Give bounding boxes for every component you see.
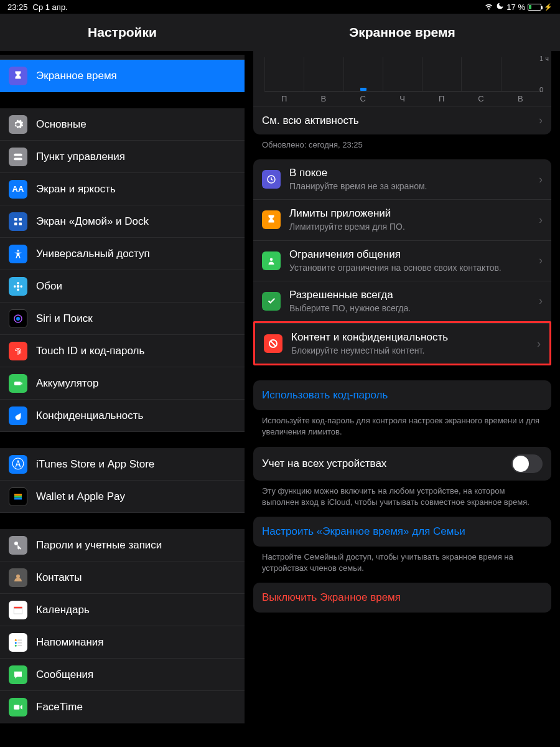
- row-label: Пункт управления: [36, 151, 236, 163]
- svg-point-13: [16, 317, 20, 321]
- sidebar-item-privacy[interactable]: Конфиденциальность: [0, 400, 245, 432]
- wallet-icon: [9, 487, 27, 506]
- sidebar-item-accessibility[interactable]: Универсальный доступ: [0, 238, 245, 270]
- always-allowed-row[interactable]: Разрешенные всегда Выберите ПО, нужное в…: [253, 281, 551, 321]
- svg-point-20: [16, 574, 20, 578]
- sidebar-item-contacts[interactable]: Контакты: [0, 561, 245, 594]
- highlighted-item: Контент и конфиденциальность Блокируйте …: [253, 321, 551, 365]
- row-label: Основные: [36, 118, 236, 131]
- svg-point-19: [14, 542, 18, 545]
- sidebar-item-home-dock[interactable]: Экран «Домой» и Dock: [0, 205, 245, 238]
- gear-icon: [9, 115, 27, 134]
- app-limits-row[interactable]: Лимиты приложений Лимитируйте время для …: [253, 199, 551, 240]
- row-label: Экран и яркость: [36, 183, 236, 195]
- turn-off-row[interactable]: Выключить Экранное время: [253, 583, 551, 613]
- sidebar-item-passwords[interactable]: Пароли и учетные записи: [0, 529, 245, 561]
- svg-point-6: [17, 250, 19, 251]
- xlabel: Ч: [383, 92, 422, 103]
- switches-icon: [9, 148, 27, 166]
- ytick: 0: [539, 86, 549, 93]
- sidebar-item-reminders[interactable]: Напоминания: [0, 626, 245, 659]
- sidebar-item-facetime[interactable]: FaceTime: [0, 691, 245, 723]
- danger-label: Выключить Экранное время: [253, 583, 551, 613]
- sidebar-item-siri[interactable]: Siri и Поиск: [0, 303, 245, 335]
- row-label: Обои: [36, 280, 236, 293]
- chevron-right-icon: ›: [539, 214, 543, 227]
- sidebar-item-wallpaper[interactable]: Обои: [0, 270, 245, 303]
- sidebar-item-wallet[interactable]: Wallet и Apple Pay: [0, 481, 245, 513]
- row-label: Пароли и учетные записи: [36, 539, 236, 552]
- svg-point-11: [20, 285, 22, 288]
- svg-rect-18: [14, 497, 22, 499]
- content-privacy-row[interactable]: Контент и конфиденциальность Блокируйте …: [255, 323, 549, 364]
- svg-rect-16: [14, 494, 22, 496]
- contacts-icon: [9, 568, 27, 587]
- sidebar-item-general[interactable]: Основные: [0, 108, 245, 141]
- xlabel: В: [304, 92, 343, 103]
- communication-limits-row[interactable]: Ограничения общения Установите ограничен…: [253, 240, 551, 281]
- share-across-devices-row[interactable]: Учет на всех устройствах: [253, 447, 551, 481]
- row-label: Wallet и Apple Pay: [36, 491, 236, 503]
- status-time: 23:25: [7, 2, 28, 12]
- row-title: В покое: [289, 167, 530, 179]
- row-subtitle: Планируйте время не за экраном.: [289, 181, 530, 192]
- see-all-activity-row[interactable]: См. всю активность ›: [253, 106, 551, 134]
- chevron-right-icon: ›: [537, 337, 541, 350]
- accessibility-icon: [9, 245, 27, 263]
- sidebar-item-display[interactable]: AA Экран и яркость: [0, 173, 245, 205]
- row-title: Разрешенные всегда: [289, 289, 530, 301]
- downtime-row[interactable]: В покое Планируйте время не за экраном. …: [253, 159, 551, 199]
- svg-point-8: [17, 281, 19, 284]
- status-bar: 23:25 Ср 1 апр. 17 % ⚡: [0, 0, 560, 14]
- svg-rect-5: [19, 222, 22, 225]
- row-title: Ограничения общения: [289, 248, 530, 261]
- row-subtitle: Блокируйте неуместный контент.: [291, 345, 528, 356]
- svg-rect-21: [14, 606, 22, 608]
- sidebar-item-appstore[interactable]: Ⓐ iTunes Store и App Store: [0, 448, 245, 481]
- battery-icon: [528, 4, 541, 11]
- sidebar-item-calendar[interactable]: Календарь: [0, 594, 245, 626]
- row-label: Контакты: [36, 571, 236, 584]
- toggle-switch[interactable]: [511, 454, 543, 473]
- svg-rect-4: [14, 222, 17, 225]
- calendar-icon: [9, 601, 27, 619]
- svg-point-7: [17, 284, 20, 288]
- no-entry-icon: [264, 334, 282, 353]
- chevron-right-icon: ›: [539, 173, 543, 186]
- settings-sidebar[interactable]: Настройки Экранное время Основные Пункт …: [0, 14, 245, 747]
- battery-row-icon: [9, 374, 27, 393]
- use-passcode-row[interactable]: Использовать код-пароль: [253, 380, 551, 410]
- xlabel: С: [461, 92, 500, 103]
- updated-text: Обновлено: сегодня, 23:25: [245, 134, 560, 159]
- row-label: Экран «Домой» и Dock: [36, 215, 236, 228]
- sidebar-item-messages[interactable]: Сообщения: [0, 659, 245, 691]
- grid-icon: [9, 212, 27, 231]
- appstore-icon: Ⓐ: [9, 455, 27, 474]
- passcode-hint: Используйте код-пароль для контроля наст…: [245, 410, 560, 446]
- xlabel: П: [422, 92, 461, 103]
- detail-pane[interactable]: Экранное время 1 ч0 П В С Ч: [245, 14, 560, 747]
- svg-rect-14: [14, 382, 21, 385]
- hand-icon: [9, 406, 27, 425]
- sidebar-item-control-center[interactable]: Пункт управления: [0, 141, 245, 173]
- sidebar-item-touchid[interactable]: Touch ID и код-пароль: [0, 335, 245, 367]
- svg-rect-15: [21, 382, 22, 384]
- status-date: Ср 1 апр.: [33, 2, 68, 12]
- svg-point-9: [17, 288, 19, 291]
- sidebar-item-battery[interactable]: Аккумулятор: [0, 367, 245, 400]
- row-label: См. всю активность: [262, 115, 359, 127]
- row-label: Сообщения: [36, 669, 236, 681]
- row-label: Конфиденциальность: [36, 410, 236, 422]
- chevron-right-icon: ›: [539, 114, 543, 127]
- svg-rect-26: [17, 639, 22, 641]
- link-label: Настроить «Экранное время» для Семьи: [253, 517, 551, 547]
- sidebar-item-screen-time[interactable]: Экранное время: [0, 60, 245, 92]
- svg-point-31: [270, 258, 273, 261]
- family-setup-row[interactable]: Настроить «Экранное время» для Семьи: [253, 517, 551, 547]
- messages-icon: [9, 665, 27, 684]
- row-label: Аккумулятор: [36, 377, 236, 390]
- svg-rect-27: [17, 642, 22, 644]
- wifi-icon: [484, 1, 493, 12]
- row-label: iTunes Store и App Store: [36, 458, 236, 471]
- detail-title: Экранное время: [245, 14, 560, 51]
